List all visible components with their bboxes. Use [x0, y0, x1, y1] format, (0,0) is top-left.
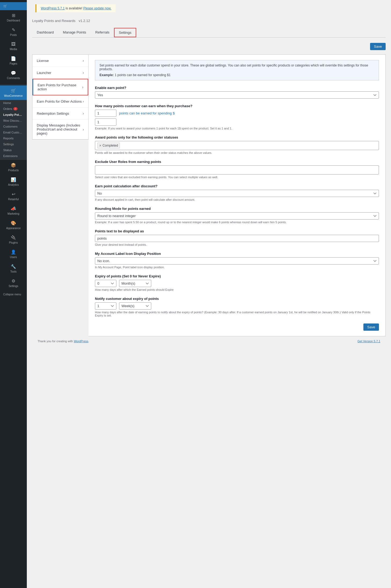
nav-license[interactable]: License › [32, 55, 88, 67]
notify-number-select[interactable]: 1 [95, 302, 116, 310]
points-per-purchase-label: How many points customer can earn when t… [95, 104, 379, 108]
save-bar-bottom: Save [95, 323, 379, 331]
sidebar-logo[interactable]: 🛒 [0, 2, 27, 10]
sidebar-item-label: Pages [10, 62, 17, 65]
wordpress-footer-link[interactable]: WordPress [74, 340, 88, 343]
exclude-user-roles-input[interactable] [95, 165, 379, 174]
nav-redemption-settings[interactable]: Redemption Settings › [32, 107, 88, 120]
sidebar-item-media[interactable]: 🖼 Media [0, 39, 27, 53]
submenu-settings[interactable]: Settings [0, 141, 27, 147]
field-points-text: Points text to be displayed as Give your… [95, 229, 379, 246]
submenu-extensions[interactable]: Extensions [0, 153, 27, 159]
save-button-bottom[interactable]: Save [363, 323, 379, 331]
collapse-menu[interactable]: Collapse menu [0, 290, 27, 299]
sidebar-item-settings[interactable]: ⚙ Settings [0, 276, 27, 290]
sidebar-item-comments[interactable]: 💬 Comments [0, 68, 27, 82]
retainful-icon: ↩ [12, 192, 15, 197]
earn-after-discount-desc: If any discount applied in cart, then po… [95, 198, 379, 201]
rounding-mode-desc: Example: If a user has spent 5.50 on a p… [95, 221, 379, 224]
notify-period-select[interactable]: Week(s) [119, 302, 151, 310]
nav-earn-points-other[interactable]: Earn Points for Other Actions › [32, 95, 88, 107]
expiry-period-select[interactable]: Month(s) [119, 280, 151, 287]
order-statuses-label: Award points only for the following orde… [95, 135, 379, 139]
account-label-icon-label: My Account Label Icon Display Position [95, 252, 379, 256]
order-statuses-desc: Points will be awarded to the customer w… [95, 151, 379, 154]
sidebar-item-appearance[interactable]: 🎨 Appearance [0, 218, 27, 232]
field-earn-after-discount: Earn point calculation after discount? N… [95, 184, 379, 201]
nav-display-messages[interactable]: Display Messages (Includes Product/cart … [32, 120, 88, 139]
tab-manage-points[interactable]: Manage Points [58, 28, 91, 37]
account-label-icon-select[interactable]: No icon. [95, 257, 379, 265]
field-enable-earn-point: Enable earn point? Yes [95, 86, 379, 99]
submenu-email-customizer[interactable]: Email Customizer Plus [0, 129, 27, 135]
sidebar-item-marketing[interactable]: 📣 Marketing [0, 203, 27, 218]
sidebar-item-tools[interactable]: 🔧 Tools [0, 261, 27, 276]
sidebar-item-posts[interactable]: ✎ Posts [0, 25, 27, 39]
save-button-top[interactable]: Save [370, 43, 386, 50]
tag-x-icon[interactable]: × [99, 143, 101, 148]
sidebar-item-pages[interactable]: 📄 Pages [0, 53, 27, 68]
expiry-desc: How many days after which the Earned poi… [95, 288, 379, 291]
sidebar-item-woocommerce[interactable]: 🛒 WooCommerce [0, 85, 27, 100]
pages-icon: 📄 [11, 56, 16, 61]
analytics-icon: 📊 [11, 177, 16, 182]
update-link[interactable]: Please update now. [83, 6, 112, 10]
chevron-right-icon: › [82, 85, 83, 89]
submenu-status[interactable]: Status [0, 147, 27, 153]
enable-earn-point-select[interactable]: Yes [95, 91, 379, 99]
submenu-woo-discount[interactable]: Woo Discount Rules [0, 118, 27, 124]
expiry-number-select[interactable]: 0 [95, 280, 116, 287]
points-value2-input[interactable] [95, 118, 116, 126]
wordpress-version-link[interactable]: WordPress 5.7.1 [41, 6, 65, 10]
sidebar-item-label: Users [10, 256, 17, 259]
sidebar-item-label: Posts [10, 34, 17, 36]
sidebar-item-label: Plugins [9, 241, 18, 244]
woocommerce-submenu: 🛒 WooCommerce Home Orders 7 Loyalty Poin… [0, 84, 27, 160]
settings-icon: ⚙ [12, 278, 15, 284]
submenu-reports[interactable]: Reports [0, 135, 27, 141]
notify-expiry-desc: How many days after the date of earning … [95, 311, 379, 317]
page-title: Loyalty Points and Rewards v1.2.12 [32, 17, 386, 24]
points-per-purchase-desc: Example: If you want to award your custo… [95, 127, 379, 130]
dashboard-icon: ⊞ [12, 13, 15, 18]
expiry-label: Expiry of points (Set 0 for Never Expire… [95, 274, 379, 278]
rounding-mode-select[interactable]: Round to nearest integer [95, 212, 379, 219]
tab-settings[interactable]: Settings [114, 28, 136, 37]
earn-after-discount-select[interactable]: No [95, 190, 379, 197]
sidebar-item-label: Products [8, 169, 19, 172]
order-statuses-tag-input[interactable]: × Completed [95, 141, 379, 150]
notify-expiry-label: Notify customer about expiry of points [95, 297, 379, 301]
settings-layout: License › Launcher › Earn Points for Pur… [32, 54, 386, 336]
tab-dashboard[interactable]: Dashboard [32, 28, 58, 37]
nav-earn-points-purchase[interactable]: Earn Points for Purchase action › [33, 79, 88, 95]
sidebar-item-users[interactable]: 👤 Users [0, 247, 27, 261]
sidebar-item-label: WooCommerce [4, 94, 23, 97]
comments-icon: 💬 [11, 70, 16, 76]
sidebar-item-retainful[interactable]: ↩ Retainful [0, 189, 27, 203]
sidebar-item-analytics[interactable]: 📊 Analytics [0, 174, 27, 189]
sidebar-item-label: Retainful [8, 198, 19, 201]
points-value1-input[interactable] [95, 110, 116, 117]
submenu-customers[interactable]: Customers [0, 124, 27, 129]
nav-earn-points-purchase-wrapper: Earn Points for Purchase action › [32, 79, 88, 95]
get-version-link[interactable]: Get Version 5.7.1 [357, 340, 380, 343]
sidebar-item-dashboard[interactable]: ⊞ Dashboard [0, 10, 27, 25]
sidebar-item-products[interactable]: 📦 Products [0, 160, 27, 174]
tools-icon: 🔧 [11, 264, 16, 269]
field-points-per-purchase: How many points customer can earn when t… [95, 104, 379, 130]
nav-launcher[interactable]: Launcher › [32, 67, 88, 79]
submenu-orders[interactable]: Orders 7 [0, 106, 27, 112]
sidebar-item-label: Tools [10, 270, 16, 273]
field-expiry: Expiry of points (Set 0 for Never Expire… [95, 274, 379, 291]
points-text-desc: Give your desired text instead of points… [95, 243, 379, 246]
sidebar-item-plugins[interactable]: 🔌 Plugins [0, 232, 27, 247]
account-label-icon-desc: In My Account Page, Point label icon dis… [95, 266, 379, 269]
submenu-loyalty-points[interactable]: Loyalty Points and Rewards [0, 112, 27, 118]
tab-referrals[interactable]: Referrals [91, 28, 114, 37]
submenu-home[interactable]: Home [0, 100, 27, 106]
sidebar-item-label: Analytics [8, 183, 19, 186]
field-exclude-user-roles: Exclude User Roles from earning points S… [95, 160, 379, 179]
points-text-input[interactable] [95, 235, 379, 242]
exclude-user-roles-desc: Select user roles that are excluded from… [95, 176, 379, 179]
exclude-user-roles-label: Exclude User Roles from earning points [95, 160, 379, 164]
